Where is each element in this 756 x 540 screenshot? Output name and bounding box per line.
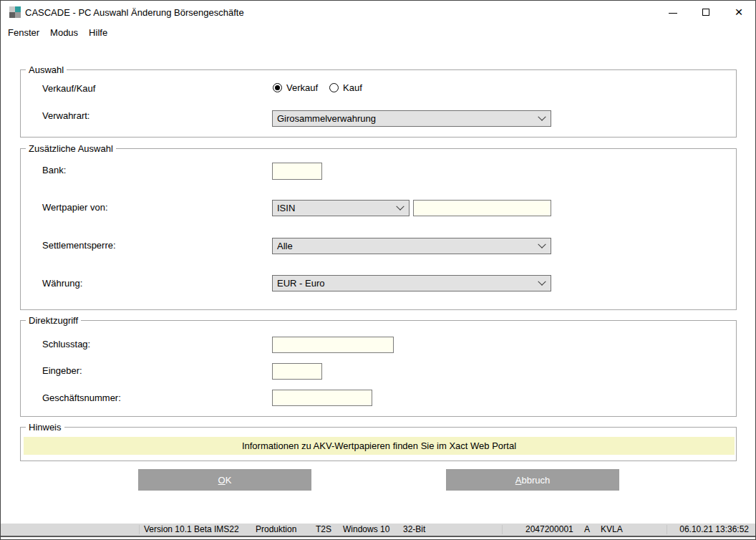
bank-input[interactable] — [272, 163, 322, 180]
chevron-down-icon — [538, 277, 546, 285]
settlementsperre-label: Settlementsperre: — [42, 240, 116, 251]
status-separator — [139, 525, 140, 534]
chevron-down-icon — [538, 112, 546, 120]
eingeber-input[interactable] — [272, 363, 322, 380]
menu-bar: Fenster Modus Hilfe — [1, 24, 755, 41]
status-term: KVLA — [601, 524, 623, 536]
status-version: Version 10.1 Beta — [144, 524, 212, 536]
verkauf-kauf-radio-group: Verkauf Kauf — [273, 82, 362, 93]
close-button[interactable]: × — [722, 1, 755, 24]
abbruch-button[interactable]: Abbruch — [446, 469, 619, 491]
app-window: CASCADE - PC Auswahl Änderung Börsengesc… — [0, 0, 756, 540]
schlusstag-label: Schlusstag: — [42, 339, 90, 349]
status-bar: Version 10.1 Beta IMS22 Produktion T2S W… — [1, 524, 755, 537]
group-zusaetzliche-auswahl: Zusätzliche Auswahl Bank: Wertpapier von… — [20, 148, 737, 310]
status-flag: A — [584, 524, 590, 536]
maximize-button[interactable] — [689, 1, 722, 24]
group-hinweis-legend: Hinweis — [26, 422, 64, 433]
status-os: Windows 10 — [343, 524, 389, 536]
verwahrart-label: Verwahrart: — [42, 110, 89, 121]
radio-kauf[interactable]: Kauf — [329, 82, 362, 93]
chevron-down-icon — [396, 202, 404, 210]
group-direktzugriff-legend: Direktzugriff — [26, 315, 81, 326]
radio-unselected-icon — [329, 83, 339, 92]
ok-button[interactable]: OK — [138, 469, 311, 491]
radio-verkauf[interactable]: Verkauf — [273, 82, 318, 93]
chevron-down-icon — [538, 240, 546, 248]
schlusstag-input[interactable] — [272, 337, 394, 353]
window-title: CASCADE - PC Auswahl Änderung Börsengesc… — [25, 7, 244, 18]
menu-item-modus[interactable]: Modus — [50, 27, 78, 38]
status-environment: Produktion — [256, 524, 296, 536]
waehrung-label: Währung: — [42, 278, 82, 289]
group-hinweis: Hinweis Informationen zu AKV-Wertpapiere… — [20, 427, 737, 461]
waehrung-select[interactable]: EUR - Euro — [272, 275, 551, 291]
wertpapier-von-label: Wertpapier von: — [42, 202, 108, 213]
group-direktzugriff: Direktzugriff Schlusstag: Eingeber: Gesc… — [20, 320, 737, 417]
minimize-button[interactable] — [656, 1, 689, 24]
geschaeftsnummer-input[interactable] — [272, 390, 372, 406]
settlementsperre-select[interactable]: Alle — [272, 238, 551, 254]
group-auswahl: Auswahl Verkauf/Kauf Verkauf Kauf Verwah… — [20, 69, 737, 138]
verkauf-kauf-label: Verkauf/Kauf — [42, 83, 95, 94]
status-separator — [667, 525, 667, 534]
status-separator — [502, 525, 503, 534]
wertpapier-typ-select[interactable]: ISIN — [272, 200, 410, 216]
group-auswahl-legend: Auswahl — [26, 64, 67, 75]
status-bitness: 32-Bit — [403, 524, 425, 536]
eingeber-label: Eingeber: — [42, 365, 82, 376]
title-bar: CASCADE - PC Auswahl Änderung Börsengesc… — [1, 1, 755, 24]
close-icon: × — [735, 4, 742, 19]
group-zusaetzliche-legend: Zusätzliche Auswahl — [26, 143, 116, 154]
minimize-icon — [669, 13, 677, 14]
geschaeftsnummer-label: Geschäftsnummer: — [42, 392, 121, 403]
app-logo-icon — [9, 6, 21, 18]
status-ims: IMS22 — [214, 524, 239, 536]
menu-item-hilfe[interactable]: Hilfe — [89, 27, 107, 38]
maximize-icon — [702, 9, 709, 16]
menu-item-fenster[interactable]: Fenster — [8, 27, 39, 38]
verwahrart-select[interactable]: Girosammelverwahrung — [272, 110, 551, 127]
status-t2s: T2S — [316, 524, 331, 536]
wertpapier-input[interactable] — [413, 200, 551, 216]
radio-selected-icon — [273, 83, 282, 92]
status-number: 2047200001 — [525, 524, 573, 536]
hinweis-banner: Informationen zu AKV-Wertpapieren finden… — [24, 437, 735, 455]
bank-label: Bank: — [42, 165, 66, 175]
status-datetime: 06.10.21 13:36:52 — [679, 524, 749, 536]
window-controls: × — [656, 1, 755, 24]
